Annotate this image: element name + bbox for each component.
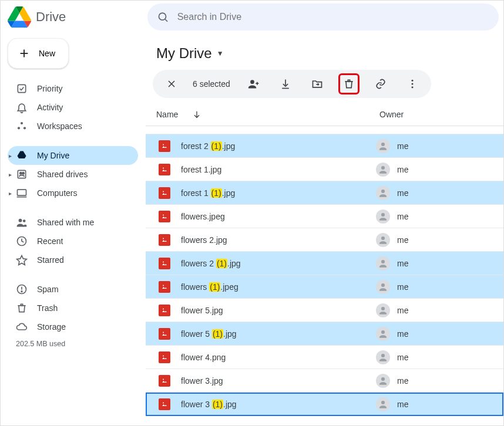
owner-cell: me [376,163,408,177]
svg-point-32 [381,166,385,170]
owner-cell: me [376,280,408,294]
svg-point-26 [411,83,413,85]
column-name[interactable]: Name [156,110,178,119]
table-row[interactable]: forest 1.jpgme [146,158,503,181]
owner-cell: me [376,233,408,247]
file-name: forest 1 (1).jpg [181,188,376,198]
computers-icon [16,187,28,199]
drive-logo-icon [8,5,31,29]
svg-point-52 [381,401,385,404]
priority-icon [16,83,28,94]
clear-selection-button[interactable] [161,73,182,94]
download-button[interactable] [275,73,296,94]
expand-icon[interactable]: ▸ [9,171,12,178]
table-row[interactable]: flower 5 (1).jpgme [146,322,503,346]
search-input[interactable] [177,12,489,22]
avatar [376,139,390,153]
file-list[interactable]: forest 2 (1).jpgmeforest 1.jpgmeforest 1… [146,126,503,425]
image-file-icon [159,234,170,246]
file-name: flower 5 (1).jpg [181,329,376,339]
table-row[interactable]: flower 4.pngme [146,346,503,369]
avatar [376,256,390,271]
svg-point-37 [163,238,164,239]
table-row[interactable] [146,126,503,134]
owner-cell: me [376,397,408,411]
search-bar[interactable] [147,4,499,31]
storage-usage: 202.5 MB used [8,340,138,348]
file-name: forest 2 (1).jpg [181,141,376,151]
svg-point-51 [163,402,164,403]
owner-label: me [397,353,408,362]
shared-drives-icon [16,168,28,180]
sidebar-item-activity[interactable]: Activity [8,98,138,117]
table-row[interactable]: flowers.jpegme [146,205,503,228]
table-row[interactable]: flowers 2.jpgme [146,228,503,252]
svg-point-34 [381,190,385,193]
column-owner[interactable]: Owner [379,110,404,119]
table-header: Name Owner [146,103,503,126]
svg-point-14 [23,219,26,222]
main-panel: My Drive ▼ 6 selected [145,33,503,425]
bell-icon [16,102,28,113]
folder-title[interactable]: My Drive ▼ [146,40,503,70]
sidebar-item-shared[interactable]: Shared with me [8,213,138,232]
owner-cell: me [376,327,408,341]
table-row[interactable]: forest 1 (1).jpgme [146,181,503,205]
sidebar-item-label: Priority [37,84,63,93]
svg-point-9 [20,173,22,174]
svg-point-40 [381,260,385,263]
sidebar-item-label: Shared drives [37,170,88,179]
table-row[interactable]: flowers 2 (1).jpgme [146,252,503,275]
sidebar-item-trash[interactable]: Trash [8,299,138,317]
more-actions-button[interactable] [402,73,423,94]
avatar [376,163,390,177]
file-name: flower 4.png [181,353,376,362]
delete-button[interactable] [338,73,359,94]
sidebar-item-workspaces[interactable]: Workspaces [8,117,138,136]
clock-icon [16,235,28,247]
svg-point-35 [163,214,164,215]
owner-label: me [397,400,408,409]
svg-point-13 [19,219,22,222]
sidebar-item-priority[interactable]: Priority [8,79,138,98]
owner-cell: me [376,256,408,271]
file-name: flowers 2.jpg [181,235,376,245]
sidebar-item-shared-drives[interactable]: ▸Shared drives [8,165,138,184]
svg-point-39 [163,261,164,262]
selection-toolbar: 6 selected [153,70,431,98]
chevron-down-icon: ▼ [217,49,224,58]
avatar [376,303,390,317]
sidebar-item-label: Recent [37,236,63,246]
owner-label: me [397,282,408,292]
header: Drive [1,1,503,33]
sort-arrow-icon[interactable] [192,110,201,119]
svg-point-5 [21,122,23,124]
sidebar-item-label: Shared with me [37,218,94,227]
table-row[interactable]: flowers (1).jpegme [146,275,503,299]
sidebar-item-spam[interactable]: Spam [8,280,138,299]
sidebar-item-recent[interactable]: Recent [8,232,138,251]
svg-point-0 [159,13,166,20]
table-row[interactable]: flower 3 (1).jpgme [146,393,503,416]
owner-cell: me [376,139,408,153]
svg-line-1 [165,19,167,22]
expand-icon[interactable]: ▸ [9,153,12,159]
sidebar-item-storage[interactable]: Storage [8,317,138,336]
get-link-button[interactable] [370,73,391,94]
owner-label: me [397,188,408,198]
share-button[interactable] [243,73,264,94]
image-file-icon [159,328,170,340]
table-row[interactable]: forest 2 (1).jpgme [146,134,503,158]
table-row[interactable]: flower 3.jpgme [146,369,503,393]
table-row[interactable]: flower 5.jpgme [146,299,503,322]
sidebar-item-starred[interactable]: Starred [8,251,138,269]
new-button[interactable]: New [8,38,69,69]
svg-point-25 [411,80,413,82]
brand-group[interactable]: Drive [8,5,143,29]
sidebar-item-computers[interactable]: ▸Computers [8,184,138,202]
move-button[interactable] [307,73,328,94]
expand-icon[interactable]: ▸ [9,190,12,197]
sidebar-item-my-drive[interactable]: ▸My Drive [8,146,138,165]
svg-point-44 [381,307,385,310]
spam-icon [16,283,28,295]
